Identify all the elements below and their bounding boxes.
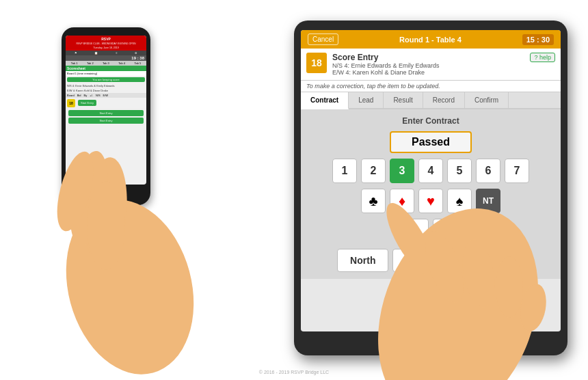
- col-by: By: [83, 94, 87, 97]
- phone-icon-3: ≡: [116, 51, 117, 55]
- phone-club: RSVP BRIDGE CLUB - WEDNESDAY EVENING OPE…: [76, 42, 135, 45]
- phone-nav: ⚑ 📋 ≡ ⚙: [66, 51, 146, 55]
- phone-logo: RSVP: [101, 37, 111, 41]
- phone-tab-4[interactable]: Tab 4: [118, 62, 125, 65]
- num-6-button[interactable]: 6: [476, 159, 500, 183]
- phone-tab-5[interactable]: Tab 5: [134, 62, 141, 65]
- double-button[interactable]: X: [399, 219, 429, 243]
- phone-start-btn-2[interactable]: Start Entry: [67, 110, 145, 116]
- phone-keeping-score-msg: You are keeping score: [67, 77, 145, 82]
- suit-row: ♣ ♦ ♥ ♠ NT: [361, 189, 500, 213]
- tab-record[interactable]: Record: [423, 92, 465, 108]
- phone-tab-row: Tab 1 Tab 2 Tab 3 Tab 4 Tab 5: [66, 61, 146, 66]
- help-button[interactable]: ? help: [530, 53, 555, 62]
- phone-table-header: Board Bid By +/- N/S E/W: [66, 93, 146, 98]
- svg-point-0: [47, 185, 212, 380]
- phone-header: RSVP RSVP BRIDGE CLUB - WEDNESDAY EVENIN…: [66, 36, 146, 51]
- timer-display: 15 : 30: [522, 34, 554, 45]
- phone-board-row: 18 Start Entry: [66, 98, 146, 109]
- tablet-home-button[interactable]: [424, 336, 438, 349]
- phone-start-btn-3[interactable]: Start Entry: [67, 118, 145, 124]
- correction-notice: To make a correction, tap the item to be…: [301, 81, 561, 92]
- copyright-text: © 2016 - 2019 RSVP Bridge LLC: [259, 370, 329, 375]
- phone-date: Tuesday, June 18, 2019: [93, 46, 118, 49]
- num-1-button[interactable]: 1: [332, 159, 357, 183]
- phone-board-number: 18: [67, 99, 75, 107]
- contract-content: Enter Contract Passed 1 2 3 4 5 6 7 ♣ ♦: [301, 109, 561, 279]
- num-5-button[interactable]: 5: [447, 159, 472, 183]
- nt-button[interactable]: NT: [476, 189, 500, 213]
- col-ns: N/S: [96, 94, 101, 97]
- pair-ew-info: E/W 4: Karen Kohl & Diane Drake: [332, 69, 524, 76]
- tab-result[interactable]: Result: [384, 92, 423, 108]
- col-plusminus: +/-: [90, 94, 93, 97]
- west-more-button[interactable]: W: [500, 249, 524, 272]
- phone-icon-4: ⚙: [135, 51, 137, 55]
- redouble-button[interactable]: XX: [433, 219, 463, 243]
- col-bid: Bid: [77, 94, 81, 97]
- tabs-row: Contract Lead Result Record Confirm: [301, 92, 561, 109]
- tab-confirm[interactable]: Confirm: [465, 92, 509, 108]
- enter-contract-label: Enter Contract: [402, 116, 459, 126]
- round-label: Round 1 - Table 4: [399, 36, 462, 44]
- num-4-button[interactable]: 4: [418, 159, 443, 183]
- direction-row: North East South W: [337, 249, 524, 272]
- tab-lead[interactable]: Lead: [349, 92, 384, 108]
- score-entry-info: Score Entry N/S 4: Ernie Edwards & Emily…: [332, 53, 524, 76]
- passed-button[interactable]: Passed: [390, 131, 472, 153]
- score-entry-bar: 18 Score Entry N/S 4: Ernie Edwards & Em…: [301, 49, 561, 81]
- north-button[interactable]: North: [337, 249, 388, 272]
- tablet-header: Cancel Round 1 - Table 4 15 : 30: [301, 30, 561, 49]
- tablet-screen: Cancel Round 1 - Table 4 15 : 30 18 Scor…: [301, 30, 561, 331]
- phone-timer: 19 : 38: [66, 55, 146, 61]
- diamonds-button[interactable]: ♦: [390, 189, 414, 213]
- cancel-button[interactable]: Cancel: [308, 33, 338, 45]
- phone-icon-1: ⚑: [75, 51, 77, 55]
- col-ew: E/W: [103, 94, 109, 97]
- double-row: X XX: [399, 219, 463, 243]
- phone-home-button[interactable]: [101, 189, 111, 200]
- num-2-button[interactable]: 2: [361, 159, 386, 183]
- phone-screen: RSVP RSVP BRIDGE CLUB - WEDNESDAY EVENIN…: [66, 36, 146, 185]
- num-7-button[interactable]: 7: [505, 159, 529, 183]
- hearts-button[interactable]: ♥: [418, 189, 443, 213]
- board-badge: 18: [306, 53, 327, 73]
- phone-board-remaining: Board 1 (time remaining): [66, 71, 146, 76]
- south-button[interactable]: South: [443, 249, 496, 272]
- phone-start-entry-btn[interactable]: Start Entry: [78, 100, 96, 106]
- phone-device: RSVP RSVP BRIDGE CLUB - WEDNESDAY EVENIN…: [62, 27, 150, 205]
- clubs-button[interactable]: ♣: [361, 189, 386, 213]
- num-3-button[interactable]: 3: [390, 159, 414, 183]
- phone-tab-3[interactable]: Tab 3: [103, 62, 109, 65]
- score-entry-title: Score Entry: [332, 53, 524, 62]
- tablet-device: Cancel Round 1 - Table 4 15 : 30 18 Scor…: [294, 21, 567, 355]
- east-button[interactable]: East: [392, 249, 439, 272]
- phone-pair-ew: E/W 4: Karen Kohl & Diane Drake: [66, 88, 146, 93]
- phone-pair-ns: N/S 4: Ernie Edwards & Emily Edwards: [66, 83, 146, 88]
- col-board: Board: [67, 94, 75, 97]
- scene: RSVP RSVP BRIDGE CLUB - WEDNESDAY EVENIN…: [0, 0, 588, 380]
- phone-icon-2: 📋: [94, 51, 98, 55]
- number-row: 1 2 3 4 5 6 7: [332, 159, 529, 183]
- spades-button[interactable]: ♠: [447, 189, 472, 213]
- phone-tab-1[interactable]: Tab 1: [71, 62, 78, 65]
- tab-contract[interactable]: Contract: [301, 92, 349, 109]
- phone-tab-2[interactable]: Tab 2: [87, 62, 94, 65]
- phone-scoresheet-title: Scoresheet: [66, 66, 146, 71]
- pair-ns-info: N/S 4: Ernie Edwards & Emily Edwards: [332, 62, 524, 69]
